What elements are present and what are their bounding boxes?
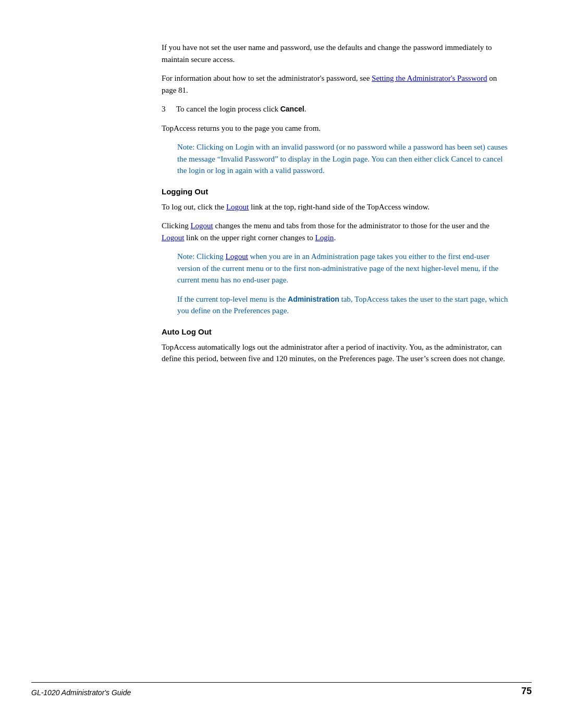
intro-para1: If you have not set the user name and pa… xyxy=(162,42,511,65)
auto-log-out-heading: Auto Log Out xyxy=(162,327,511,336)
info-para2: For information about how to set the adm… xyxy=(162,72,511,96)
footer-title: GL-1020 Administrator's Guide xyxy=(31,688,131,697)
footer: GL-1020 Administrator's Guide 75 xyxy=(31,682,532,697)
page-container: If you have not set the user name and pa… xyxy=(0,0,563,728)
numbered-item-3: 3 To cancel the login process click Canc… xyxy=(162,103,511,115)
content-area: If you have not set the user name and pa… xyxy=(162,42,511,365)
note2-text1: Note: Clicking xyxy=(177,252,226,261)
cancel-bold: Cancel xyxy=(280,105,304,113)
sub-para: TopAccess returns you to the page you ca… xyxy=(162,122,511,134)
logout-para2-text4: . xyxy=(334,233,336,242)
logout-para2-text3: link on the upper right corner changes t… xyxy=(184,233,315,242)
logout-para2-text2: changes the menu and tabs from those for… xyxy=(213,221,489,230)
note-blue-1: Note: Clicking on Login with an invalid … xyxy=(177,141,511,177)
logout-link-2[interactable]: Logout xyxy=(190,221,213,230)
note-blue-3: If the current top-level menu is the Adm… xyxy=(177,293,511,317)
logging-out-para1: To log out, click the Logout link at the… xyxy=(162,201,511,213)
logout-link-3[interactable]: Logout xyxy=(162,233,184,242)
note-block-2: Note: Clicking Logout when you are in an… xyxy=(177,251,511,317)
logout-para2-text1: Clicking xyxy=(162,221,190,230)
item-content: To cancel the login process click Cancel… xyxy=(176,103,511,115)
note-block-1: Note: Clicking on Login with an invalid … xyxy=(177,141,511,177)
auto-log-out-para: TopAccess automatically logs out the adm… xyxy=(162,341,511,365)
logging-out-heading: Logging Out xyxy=(162,187,511,196)
logging-out-para2: Clicking Logout changes the menu and tab… xyxy=(162,220,511,243)
note3-text1: If the current top-level menu is the xyxy=(177,295,288,303)
logout-link-1[interactable]: Logout xyxy=(226,203,249,211)
note-blue-2: Note: Clicking Logout when you are in an… xyxy=(177,251,511,286)
info-para2-text1: For information about how to set the adm… xyxy=(162,74,372,82)
logout-para1-text2: link at the top, right-hand side of the … xyxy=(249,203,430,211)
footer-page-number: 75 xyxy=(521,686,532,697)
setting-admin-password-link[interactable]: Setting the Administrator's Password xyxy=(372,74,487,82)
cancel-text-before: To cancel the login process click xyxy=(176,105,280,113)
item-number: 3 xyxy=(162,103,176,115)
cancel-text-after: . xyxy=(304,105,307,113)
logout-link-note2[interactable]: Logout xyxy=(226,252,248,261)
login-link-1[interactable]: Login xyxy=(315,233,334,242)
logout-para1-text1: To log out, click the xyxy=(162,203,226,211)
note3-bold: Administration xyxy=(288,295,339,303)
